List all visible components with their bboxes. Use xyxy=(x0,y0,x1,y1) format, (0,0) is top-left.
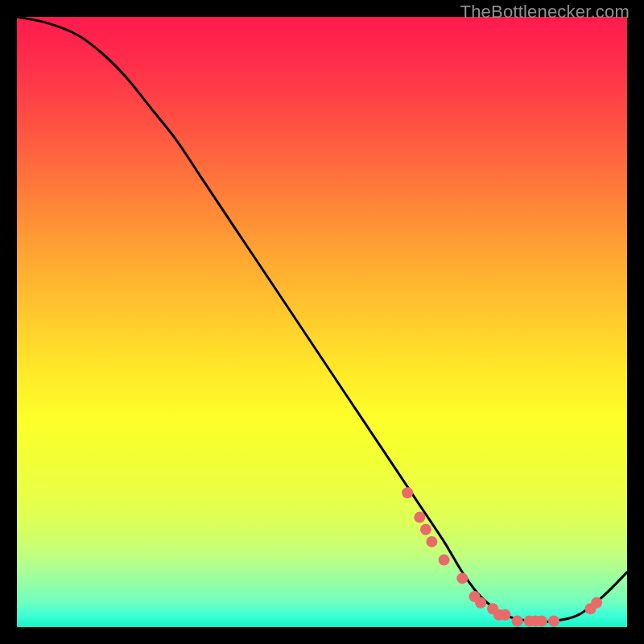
data-marker xyxy=(499,609,510,621)
data-marker xyxy=(512,615,523,626)
data-marker xyxy=(402,487,413,498)
data-marker xyxy=(456,572,468,584)
chart-container: TheBottlenecker.com xyxy=(0,0,644,644)
data-marker xyxy=(591,597,602,609)
bottleneck-curve xyxy=(17,17,627,621)
data-marker xyxy=(414,512,425,523)
curve-layer xyxy=(17,17,627,627)
data-marker xyxy=(420,524,431,535)
data-marker xyxy=(426,536,437,547)
data-marker xyxy=(548,615,559,626)
data-marker xyxy=(475,597,486,609)
data-marker xyxy=(439,555,450,566)
attribution-text: TheBottlenecker.com xyxy=(460,2,630,23)
data-marker xyxy=(536,615,547,626)
marker-group xyxy=(402,487,602,626)
plot-area xyxy=(17,17,627,627)
